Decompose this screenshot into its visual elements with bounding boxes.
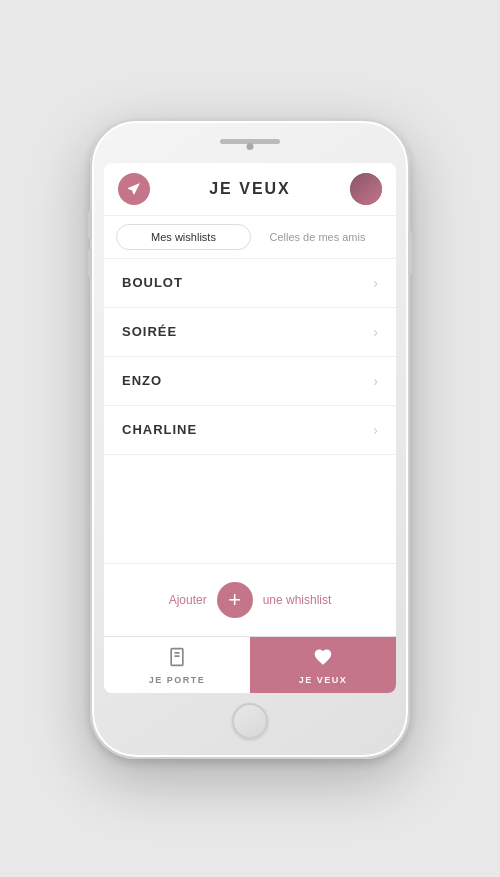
wishlist-item-soiree[interactable]: SOIRÉE › — [104, 308, 396, 357]
phone-screen: JE VEUX Mes wishlists Celles de mes amis… — [104, 163, 396, 693]
nav-je-veux-label: JE VEUX — [299, 675, 348, 685]
wishlist-item-charline[interactable]: CHARLINE › — [104, 406, 396, 455]
logo-icon — [118, 173, 150, 205]
wishlist-item-name-charline: CHARLINE — [122, 422, 197, 437]
tab-amis-wishlists[interactable]: Celles de mes amis — [251, 224, 384, 250]
side-button-right — [408, 231, 412, 275]
add-suffix-label: une whishlist — [263, 593, 332, 607]
tabs-bar: Mes wishlists Celles de mes amis — [104, 216, 396, 259]
nav-je-porte-icon — [167, 647, 187, 672]
chevron-icon-soiree: › — [373, 324, 378, 340]
nav-je-porte[interactable]: JE PORTE — [104, 637, 250, 693]
wishlist-item-name-enzo: ENZO — [122, 373, 162, 388]
chevron-icon-boulot: › — [373, 275, 378, 291]
chevron-icon-charline: › — [373, 422, 378, 438]
phone-top-bar — [104, 135, 396, 159]
add-section: Ajouter + une whishlist — [104, 563, 396, 636]
nav-je-veux-icon — [313, 647, 333, 672]
phone-bottom — [104, 699, 396, 743]
add-wishlist-button[interactable]: + — [217, 582, 253, 618]
chevron-icon-enzo: › — [373, 373, 378, 389]
nav-je-veux[interactable]: JE VEUX — [250, 637, 396, 693]
wishlist-item-name-soiree: SOIRÉE — [122, 324, 177, 339]
side-button — [88, 211, 92, 239]
wishlist-items-list: BOULOT › SOIRÉE › ENZO › CHARLINE › — [104, 259, 396, 563]
wishlist-item-name-boulot: BOULOT — [122, 275, 183, 290]
phone-shell: JE VEUX Mes wishlists Celles de mes amis… — [90, 119, 410, 759]
nav-je-porte-label: JE PORTE — [149, 675, 206, 685]
camera-dot — [247, 143, 254, 150]
wishlist-item-enzo[interactable]: ENZO › — [104, 357, 396, 406]
app-header: JE VEUX — [104, 163, 396, 216]
home-button[interactable] — [232, 703, 268, 739]
wishlist-item-boulot[interactable]: BOULOT › — [104, 259, 396, 308]
side-button-2 — [88, 249, 92, 277]
tab-mes-wishlists[interactable]: Mes wishlists — [116, 224, 251, 250]
bottom-nav: JE PORTE JE VEUX — [104, 636, 396, 693]
add-prefix-label: Ajouter — [169, 593, 207, 607]
avatar — [350, 173, 382, 205]
app-title: JE VEUX — [209, 180, 291, 198]
avatar-image — [350, 173, 382, 205]
